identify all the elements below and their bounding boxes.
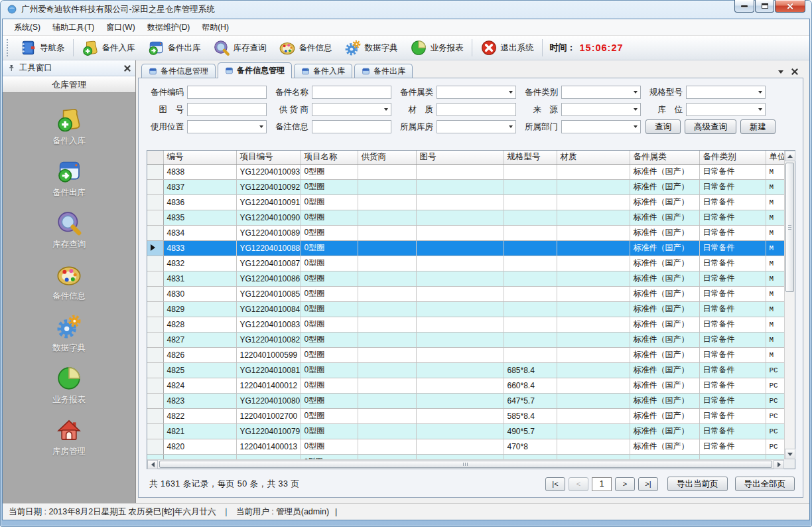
query-button[interactable]: 查询: [645, 119, 681, 134]
column-header-1[interactable]: 编号: [163, 151, 236, 164]
horizontal-scrollbar-thumb[interactable]: [159, 461, 772, 468]
table-row[interactable]: 482012204014000130型圈470*8标准件（国产）日常备件PC: [147, 439, 784, 454]
pin-icon[interactable]: [7, 64, 15, 72]
column-header-10[interactable]: 单位: [766, 151, 784, 164]
table-row[interactable]: 4834YG122040100890型圈标准件（国产）日常备件M: [147, 225, 784, 240]
row-selector-cell[interactable]: [147, 423, 163, 439]
page-number-input[interactable]: [592, 477, 612, 491]
toolbar-button-folder-plus[interactable]: 备件入库: [76, 38, 141, 58]
row-selector-cell[interactable]: [147, 194, 163, 210]
maximize-button[interactable]: [755, 0, 774, 13]
table-row[interactable]: 4832YG122040100870型圈标准件（国产）日常备件M: [147, 256, 784, 271]
toolbar-button-window-arrow[interactable]: 备件出库: [141, 38, 207, 58]
menu-item-1[interactable]: 系统(S): [8, 20, 46, 35]
row-selector-cell[interactable]: [147, 240, 163, 256]
table-row[interactable]: 482612204010005990型圈标准件（国产）日常备件M: [147, 347, 784, 362]
row-selector-cell[interactable]: [147, 256, 163, 271]
toolbar-button-magnifier[interactable]: 库存查询: [207, 38, 273, 58]
table-row[interactable]: 4831YG122040100860型圈标准件（国产）日常备件M: [147, 271, 784, 286]
search-input-0-0[interactable]: [187, 86, 267, 99]
search-input-1-2[interactable]: [437, 103, 516, 116]
search-combobox-2-3[interactable]: [561, 120, 641, 133]
table-row[interactable]: 4830YG122040100850型圈标准件（国产）日常备件M: [147, 286, 784, 301]
menu-item-5[interactable]: 帮助(H): [196, 20, 235, 35]
row-selector-cell[interactable]: [147, 286, 163, 301]
export-current-page-button[interactable]: 导出当前页: [667, 477, 728, 491]
table-row[interactable]: 4838YG122040100930型圈标准件（国产）日常备件M: [147, 164, 784, 179]
column-header-6[interactable]: 规格型号: [504, 151, 557, 164]
row-selector-cell[interactable]: [147, 347, 163, 362]
menu-item-4[interactable]: 数据维护(D): [141, 20, 196, 35]
tab-list-dropdown-icon[interactable]: [778, 70, 783, 74]
search-input-0-1[interactable]: [312, 86, 391, 99]
tool-window-close-icon[interactable]: [124, 65, 131, 72]
table-row[interactable]: 4833YG122040100880型圈标准件（国产）日常备件M: [147, 240, 784, 256]
row-selector-cell[interactable]: [147, 301, 163, 317]
row-selector-cell[interactable]: [147, 164, 163, 179]
column-header-5[interactable]: 图号: [416, 151, 504, 164]
toolbar-button-exit[interactable]: 退出系统: [474, 38, 540, 58]
row-selector-cell[interactable]: [147, 332, 163, 347]
table-row[interactable]: 4827YG122040100820型圈标准件（国产）日常备件M: [147, 332, 784, 347]
last-page-button[interactable]: >|: [638, 477, 658, 491]
tab-1[interactable]: 备件信息管理: [141, 64, 216, 78]
column-header-2[interactable]: 项目编号: [236, 151, 301, 164]
close-button[interactable]: [775, 0, 805, 13]
table-row[interactable]: 4821YG122040100790型圈490*5.7标准件（国产）日常备件PC: [147, 423, 784, 439]
row-selector-cell[interactable]: [147, 317, 163, 332]
column-header-3[interactable]: 项目名称: [301, 151, 358, 164]
search-combobox-0-2[interactable]: [437, 86, 516, 99]
search-combobox-0-3[interactable]: [561, 86, 641, 99]
toolbar-button-palette[interactable]: 备件信息: [273, 38, 338, 58]
row-selector-cell[interactable]: [147, 210, 163, 225]
search-input-2-1[interactable]: [312, 120, 391, 133]
row-selector-cell[interactable]: [147, 393, 163, 408]
sidebar-item-pie-chart[interactable]: 业务报表: [52, 365, 86, 406]
toolbar-button-gears[interactable]: 数据字典: [338, 38, 404, 58]
table-row[interactable]: 4829YG122040100840型圈标准件（国产）日常备件M: [147, 301, 784, 317]
row-selector-cell[interactable]: [147, 439, 163, 454]
scroll-up-icon[interactable]: [785, 151, 795, 161]
row-selector-cell[interactable]: [147, 179, 163, 194]
sidebar-item-gears[interactable]: 数据字典: [52, 313, 86, 354]
search-input-1-0[interactable]: [187, 103, 267, 116]
table-row[interactable]: 4828YG122040100830型圈标准件（国产）日常备件M: [147, 317, 784, 332]
search-combobox-1-4[interactable]: [686, 103, 766, 116]
tab-3[interactable]: 备件入库: [294, 64, 352, 78]
menu-item-2[interactable]: 辅助工具(T): [46, 20, 100, 35]
table-row[interactable]: 482412204014000120型圈660*8.4标准件（国产）日常备件PC: [147, 378, 784, 393]
search-combobox-2-0[interactable]: [187, 120, 267, 133]
export-all-pages-button[interactable]: 导出全部页: [735, 477, 795, 491]
sidebar-item-palette[interactable]: 备件信息: [52, 262, 86, 302]
search-combobox-1-1[interactable]: [312, 103, 391, 116]
tab-4[interactable]: 备件出库: [354, 64, 413, 78]
horizontal-scrollbar[interactable]: [147, 459, 784, 469]
toolbar-grip[interactable]: [7, 39, 10, 56]
column-header-9[interactable]: 备件类别: [699, 151, 766, 164]
table-row[interactable]: 4836YG122040100910型圈标准件（国产）日常备件M: [147, 194, 784, 210]
search-combobox-2-2[interactable]: [437, 120, 516, 133]
table-row[interactable]: 482212204010027000型圈585*8.4标准件（国产）日常备件PC: [147, 408, 784, 423]
new-button[interactable]: 新建: [740, 119, 776, 134]
sidebar-item-house[interactable]: 库房管理: [52, 417, 86, 457]
column-header-7[interactable]: 材质: [557, 151, 630, 164]
row-selector-cell[interactable]: [147, 225, 163, 240]
scroll-left-icon[interactable]: [147, 460, 158, 469]
search-combobox-1-3[interactable]: [561, 103, 641, 116]
toolbar-button-notebook[interactable]: 导航条: [13, 38, 71, 58]
row-selector-cell[interactable]: [147, 362, 163, 378]
row-selector-cell[interactable]: [147, 271, 163, 286]
tab-close-icon[interactable]: [791, 68, 798, 75]
advanced-query-button[interactable]: 高级查询: [685, 119, 736, 134]
sidebar-item-folder-plus[interactable]: 备件入库: [52, 106, 86, 147]
menu-item-3[interactable]: 窗口(W): [100, 20, 141, 35]
tab-2-active[interactable]: 备件信息管理: [218, 62, 292, 78]
vertical-scrollbar[interactable]: [784, 151, 795, 459]
table-row[interactable]: 4823YG122040100800型圈647*5.7标准件（国产）日常备件PC: [147, 393, 784, 408]
scroll-down-icon[interactable]: [785, 449, 795, 459]
search-combobox-0-4[interactable]: [686, 86, 766, 99]
vertical-scrollbar-thumb[interactable]: [785, 163, 794, 292]
row-selector-cell[interactable]: [147, 378, 163, 393]
table-row[interactable]: 4837YG122040100920型圈标准件（国产）日常备件M: [147, 179, 784, 194]
sidebar-item-magnifier[interactable]: 库存查询: [52, 210, 86, 250]
